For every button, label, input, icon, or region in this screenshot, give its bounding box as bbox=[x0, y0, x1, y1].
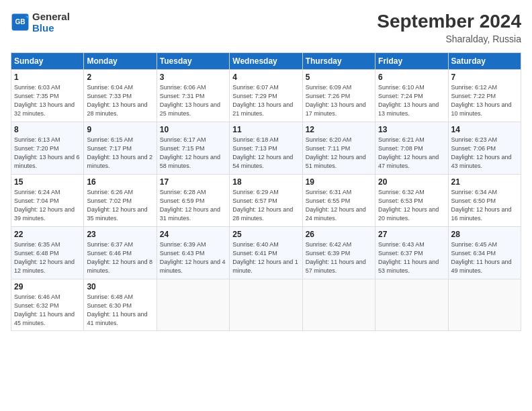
calendar-title: September 2024 bbox=[377, 11, 521, 32]
day-info: Sunrise: 6:10 AMSunset: 7:24 PMDaylight:… bbox=[378, 84, 439, 117]
day-info: Sunrise: 6:23 AMSunset: 7:06 PMDaylight:… bbox=[451, 136, 512, 169]
day-info: Sunrise: 6:37 AMSunset: 6:46 PMDaylight:… bbox=[87, 241, 152, 274]
day-cell: 26 Sunrise: 6:42 AMSunset: 6:39 PMDaylig… bbox=[302, 227, 375, 279]
day-number: 19 bbox=[306, 177, 372, 187]
day-info: Sunrise: 6:17 AMSunset: 7:15 PMDaylight:… bbox=[160, 136, 220, 169]
day-number: 28 bbox=[451, 230, 518, 239]
day-number: 13 bbox=[378, 125, 445, 134]
day-number: 4 bbox=[232, 73, 299, 82]
day-cell bbox=[375, 279, 448, 331]
day-number: 23 bbox=[87, 230, 153, 239]
day-number: 11 bbox=[232, 125, 299, 134]
day-info: Sunrise: 6:15 AMSunset: 7:17 PMDaylight:… bbox=[87, 136, 152, 169]
day-info: Sunrise: 6:13 AMSunset: 7:20 PMDaylight:… bbox=[14, 136, 80, 169]
day-info: Sunrise: 6:18 AMSunset: 7:13 PMDaylight:… bbox=[232, 136, 293, 169]
day-info: Sunrise: 6:03 AMSunset: 7:35 PMDaylight:… bbox=[14, 84, 75, 117]
col-monday: Monday bbox=[84, 53, 157, 70]
day-cell: 27 Sunrise: 6:43 AMSunset: 6:37 PMDaylig… bbox=[375, 227, 448, 279]
day-number: 25 bbox=[232, 230, 299, 239]
day-info: Sunrise: 6:28 AMSunset: 6:59 PMDaylight:… bbox=[160, 189, 220, 222]
day-cell: 9 Sunrise: 6:15 AMSunset: 7:17 PMDayligh… bbox=[84, 122, 157, 175]
day-cell: 19 Sunrise: 6:31 AMSunset: 6:55 PMDaylig… bbox=[302, 175, 375, 227]
day-cell: 17 Sunrise: 6:28 AMSunset: 6:59 PMDaylig… bbox=[157, 175, 229, 227]
logo: GB General Blue bbox=[11, 11, 70, 34]
day-cell: 6 Sunrise: 6:10 AMSunset: 7:24 PMDayligh… bbox=[375, 70, 448, 122]
day-cell: 25 Sunrise: 6:40 AMSunset: 6:41 PMDaylig… bbox=[230, 227, 302, 279]
day-number: 30 bbox=[87, 282, 153, 291]
day-info: Sunrise: 6:42 AMSunset: 6:39 PMDaylight:… bbox=[306, 241, 366, 274]
col-thursday: Thursday bbox=[302, 53, 375, 70]
day-number: 8 bbox=[14, 125, 81, 134]
day-info: Sunrise: 6:32 AMSunset: 6:53 PMDaylight:… bbox=[378, 189, 439, 222]
day-cell: 8 Sunrise: 6:13 AMSunset: 7:20 PMDayligh… bbox=[11, 122, 84, 175]
day-cell: 23 Sunrise: 6:37 AMSunset: 6:46 PMDaylig… bbox=[84, 227, 157, 279]
day-cell: 24 Sunrise: 6:39 AMSunset: 6:43 PMDaylig… bbox=[157, 227, 229, 279]
day-number: 2 bbox=[87, 73, 153, 82]
day-info: Sunrise: 6:46 AMSunset: 6:32 PMDaylight:… bbox=[14, 293, 75, 326]
header: GB General Blue September 2024 Sharalday… bbox=[11, 11, 521, 44]
day-info: Sunrise: 6:29 AMSunset: 6:57 PMDaylight:… bbox=[232, 189, 293, 222]
day-number: 3 bbox=[160, 73, 226, 82]
day-number: 26 bbox=[306, 230, 372, 239]
logo-text: General Blue bbox=[32, 11, 70, 34]
day-number: 1 bbox=[14, 73, 81, 82]
svg-text:GB: GB bbox=[15, 18, 25, 26]
day-cell: 22 Sunrise: 6:35 AMSunset: 6:48 PMDaylig… bbox=[11, 227, 84, 279]
day-number: 20 bbox=[378, 177, 445, 187]
day-cell: 11 Sunrise: 6:18 AMSunset: 7:13 PMDaylig… bbox=[230, 122, 302, 175]
day-info: Sunrise: 6:12 AMSunset: 7:22 PMDaylight:… bbox=[451, 84, 512, 117]
day-cell: 2 Sunrise: 6:04 AMSunset: 7:33 PMDayligh… bbox=[84, 70, 157, 122]
day-info: Sunrise: 6:31 AMSunset: 6:55 PMDaylight:… bbox=[306, 189, 366, 222]
col-tuesday: Tuesday bbox=[157, 53, 229, 70]
day-info: Sunrise: 6:24 AMSunset: 7:04 PMDaylight:… bbox=[14, 189, 75, 222]
day-info: Sunrise: 6:09 AMSunset: 7:26 PMDaylight:… bbox=[306, 84, 366, 117]
day-cell bbox=[302, 279, 375, 331]
week-row-1: 1 Sunrise: 6:03 AMSunset: 7:35 PMDayligh… bbox=[11, 70, 521, 122]
day-info: Sunrise: 6:06 AMSunset: 7:31 PMDaylight:… bbox=[160, 84, 220, 117]
day-number: 27 bbox=[378, 230, 445, 239]
day-cell: 7 Sunrise: 6:12 AMSunset: 7:22 PMDayligh… bbox=[448, 70, 521, 122]
day-info: Sunrise: 6:26 AMSunset: 7:02 PMDaylight:… bbox=[87, 189, 147, 222]
col-friday: Friday bbox=[375, 53, 448, 70]
header-row: Sunday Monday Tuesday Wednesday Thursday… bbox=[11, 53, 521, 70]
day-number: 18 bbox=[232, 177, 299, 187]
col-saturday: Saturday bbox=[448, 53, 521, 70]
day-cell bbox=[448, 279, 521, 331]
day-cell bbox=[157, 279, 229, 331]
day-number: 17 bbox=[160, 177, 226, 187]
week-row-2: 8 Sunrise: 6:13 AMSunset: 7:20 PMDayligh… bbox=[11, 122, 521, 175]
calendar-table: Sunday Monday Tuesday Wednesday Thursday… bbox=[11, 52, 521, 331]
day-info: Sunrise: 6:04 AMSunset: 7:33 PMDaylight:… bbox=[87, 84, 147, 117]
day-number: 22 bbox=[14, 230, 81, 239]
day-cell: 21 Sunrise: 6:34 AMSunset: 6:50 PMDaylig… bbox=[448, 175, 521, 227]
day-number: 14 bbox=[451, 125, 518, 134]
day-number: 15 bbox=[14, 177, 81, 187]
week-row-4: 22 Sunrise: 6:35 AMSunset: 6:48 PMDaylig… bbox=[11, 227, 521, 279]
day-info: Sunrise: 6:35 AMSunset: 6:48 PMDaylight:… bbox=[14, 241, 75, 274]
day-info: Sunrise: 6:40 AMSunset: 6:41 PMDaylight:… bbox=[232, 241, 298, 274]
day-cell: 14 Sunrise: 6:23 AMSunset: 7:06 PMDaylig… bbox=[448, 122, 521, 175]
day-number: 16 bbox=[87, 177, 153, 187]
day-number: 24 bbox=[160, 230, 226, 239]
day-cell: 20 Sunrise: 6:32 AMSunset: 6:53 PMDaylig… bbox=[375, 175, 448, 227]
day-info: Sunrise: 6:45 AMSunset: 6:34 PMDaylight:… bbox=[451, 241, 512, 274]
day-info: Sunrise: 6:21 AMSunset: 7:08 PMDaylight:… bbox=[378, 136, 439, 169]
day-info: Sunrise: 6:20 AMSunset: 7:11 PMDaylight:… bbox=[306, 136, 366, 169]
day-number: 9 bbox=[87, 125, 153, 134]
day-cell: 5 Sunrise: 6:09 AMSunset: 7:26 PMDayligh… bbox=[302, 70, 375, 122]
day-info: Sunrise: 6:34 AMSunset: 6:50 PMDaylight:… bbox=[451, 189, 512, 222]
day-cell: 12 Sunrise: 6:20 AMSunset: 7:11 PMDaylig… bbox=[302, 122, 375, 175]
day-cell: 16 Sunrise: 6:26 AMSunset: 7:02 PMDaylig… bbox=[84, 175, 157, 227]
day-number: 10 bbox=[160, 125, 226, 134]
logo-icon: GB bbox=[11, 13, 30, 32]
day-cell: 28 Sunrise: 6:45 AMSunset: 6:34 PMDaylig… bbox=[448, 227, 521, 279]
day-cell: 4 Sunrise: 6:07 AMSunset: 7:29 PMDayligh… bbox=[230, 70, 302, 122]
week-row-3: 15 Sunrise: 6:24 AMSunset: 7:04 PMDaylig… bbox=[11, 175, 521, 227]
day-cell bbox=[230, 279, 302, 331]
day-cell: 15 Sunrise: 6:24 AMSunset: 7:04 PMDaylig… bbox=[11, 175, 84, 227]
calendar-page: GB General Blue September 2024 Sharalday… bbox=[0, 0, 532, 411]
week-row-5: 29 Sunrise: 6:46 AMSunset: 6:32 PMDaylig… bbox=[11, 279, 521, 331]
day-number: 6 bbox=[378, 73, 445, 82]
day-cell: 29 Sunrise: 6:46 AMSunset: 6:32 PMDaylig… bbox=[11, 279, 84, 331]
day-cell: 13 Sunrise: 6:21 AMSunset: 7:08 PMDaylig… bbox=[375, 122, 448, 175]
